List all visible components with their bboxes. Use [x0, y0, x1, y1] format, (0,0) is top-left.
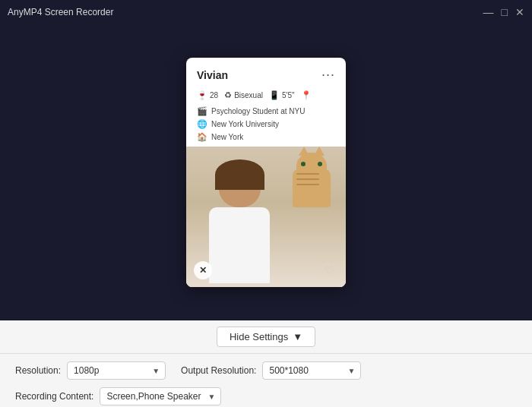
profile-header: Vivian ··· — [186, 58, 346, 87]
profile-menu-dots[interactable]: ··· — [321, 67, 335, 83]
resolution-label: Resolution: — [15, 365, 61, 376]
output-resolution-select-wrapper: 500*1080 720*1280 1080*1920 ▼ — [262, 361, 361, 380]
title-bar: AnyMP4 Screen Recorder — □ ✕ — [0, 0, 532, 24]
person-figure — [201, 166, 277, 287]
stat-orientation: ♻ Bisexual — [224, 90, 263, 100]
pin-icon: 📍 — [301, 90, 312, 100]
person-body — [209, 207, 270, 283]
info-city: New York — [211, 133, 243, 141]
hide-settings-arrow: ▼ — [293, 331, 302, 342]
stat-orientation-value: Bisexual — [234, 91, 263, 99]
image-close-button[interactable]: ✕ — [194, 261, 212, 279]
cat-figure — [293, 154, 334, 207]
profile-info: 🎬 Psychology Student at NYU 🌐 New York U… — [186, 105, 346, 147]
recording-content-label: Recording Content: — [15, 391, 93, 402]
info-university: New York University — [211, 120, 279, 128]
stat-height: 📱 5'5" — [269, 90, 295, 100]
profile-stats: 🍷 28 ♻ Bisexual 📱 5'5" 📍 — [186, 87, 346, 105]
settings-row-1: Resolution: 720p 1080p 4K ▼ Output Resol… — [15, 361, 517, 380]
resolution-group: Resolution: 720p 1080p 4K ▼ — [15, 361, 166, 380]
output-resolution-select[interactable]: 500*1080 720*1280 1080*1920 — [262, 361, 361, 380]
info-school: Psychology Student at NYU — [211, 107, 305, 115]
window-controls: — □ ✕ — [483, 7, 524, 17]
heart-button[interactable]: ♡ — [320, 261, 338, 279]
maximize-button[interactable]: □ — [502, 7, 508, 17]
school-icon: 🎬 — [197, 106, 207, 116]
person-hair — [215, 159, 264, 190]
hide-settings-bar: Hide Settings ▼ — [0, 320, 532, 353]
cat-eye-right — [318, 162, 322, 166]
stat-age: 🍷 28 — [197, 90, 218, 100]
stripe-1 — [296, 173, 319, 175]
orientation-icon: ♻ — [224, 90, 232, 100]
recording-content-select-wrapper: Screen,Phone Speaker Screen Only Screen,… — [100, 387, 221, 405]
output-resolution-label: Output Resolution: — [181, 365, 256, 376]
recording-content-group: Recording Content: Screen,Phone Speaker … — [15, 387, 221, 405]
minimize-button[interactable]: — — [483, 7, 494, 17]
person-head — [219, 166, 261, 207]
stat-height-value: 5'5" — [282, 91, 295, 99]
phone-screen-card: Vivian ··· 🍷 28 ♻ Bisexual 📱 5'5" 📍 — [186, 58, 346, 287]
stripe-3 — [296, 184, 319, 185]
cat-stripes — [296, 173, 327, 204]
info-row-school: 🎬 Psychology Student at NYU — [197, 106, 335, 116]
cat-body — [293, 169, 331, 207]
university-icon: 🌐 — [197, 119, 207, 129]
stat-age-value: 28 — [210, 91, 218, 99]
age-icon: 🍷 — [197, 90, 207, 100]
main-area: Vivian ··· 🍷 28 ♻ Bisexual 📱 5'5" 📍 — [0, 24, 532, 320]
profile-image-area: ✕ ♡ — [186, 147, 346, 287]
city-icon: 🏠 — [197, 132, 207, 142]
info-row-city: 🏠 New York — [197, 132, 335, 142]
hide-settings-label: Hide Settings — [230, 331, 288, 342]
output-resolution-group: Output Resolution: 500*1080 720*1280 108… — [181, 361, 361, 380]
app-title: AnyMP4 Screen Recorder — [8, 7, 113, 17]
resolution-select[interactable]: 720p 1080p 4K — [67, 361, 166, 380]
cat-ear-right — [314, 147, 325, 156]
recording-content-select[interactable]: Screen,Phone Speaker Screen Only Screen,… — [100, 387, 221, 405]
settings-row-2: Recording Content: Screen,Phone Speaker … — [15, 387, 517, 405]
hide-settings-button[interactable]: Hide Settings ▼ — [217, 327, 315, 347]
cat-ear-left — [299, 147, 309, 156]
cat-eye-left — [301, 162, 306, 166]
height-icon: 📱 — [269, 90, 280, 100]
info-row-university: 🌐 New York University — [197, 119, 335, 129]
stripe-2 — [296, 178, 319, 180]
close-button[interactable]: ✕ — [515, 7, 524, 17]
resolution-select-wrapper: 720p 1080p 4K ▼ — [67, 361, 166, 380]
profile-name: Vivian — [197, 69, 228, 81]
settings-area: Resolution: 720p 1080p 4K ▼ Output Resol… — [0, 353, 532, 407]
stat-location-pin: 📍 — [301, 90, 312, 100]
